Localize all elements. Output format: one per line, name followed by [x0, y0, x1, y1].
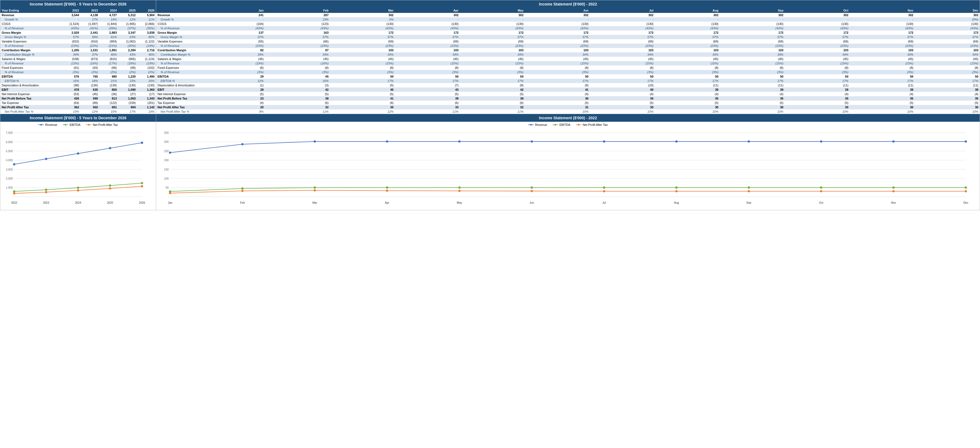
rcell-20-1: (6) — [265, 100, 330, 105]
cell-22-0: 10% — [62, 109, 81, 114]
cell-0-2: 4,727 — [99, 13, 118, 17]
svg-text:Jun: Jun — [530, 201, 534, 204]
svg-point-95 — [675, 187, 678, 189]
rcell-2-11: (130) — [915, 22, 980, 26]
cell-7-4: (19%) — [137, 44, 156, 48]
cell-15-3: 23% — [118, 79, 137, 83]
rcell-19-3: 39 — [395, 96, 460, 100]
rcell-6-2: (69) — [330, 39, 395, 44]
rcell-20-8: (5) — [720, 100, 785, 105]
legend-revenue-label: Revenue — [45, 123, 57, 126]
right-header-4: Apr — [395, 8, 460, 13]
cell-6-3: (1,062) — [118, 39, 137, 44]
cell-14-2: 980 — [99, 74, 118, 79]
rcell-3-10: (43%) — [850, 26, 915, 30]
rcell-13-0: (3%) — [200, 70, 265, 74]
rcell-18-11: (4) — [915, 92, 980, 96]
rcell-0-8: 302 — [720, 13, 785, 17]
cell-21-3: 904 — [118, 105, 137, 109]
rcell-14-8: 50 — [720, 74, 785, 79]
svg-text:Sep: Sep — [746, 201, 751, 204]
svg-text:Feb: Feb — [240, 201, 245, 204]
rcell-16-3: (7) — [395, 83, 460, 88]
svg-point-109 — [820, 190, 822, 192]
cell-9-3: 43% — [118, 53, 137, 57]
rcell-6-1: (66) — [265, 39, 330, 44]
main-container: Income Statement ($'000) - 5 Years to De… — [0, 0, 980, 210]
rcell-22-8: 10% — [720, 109, 785, 114]
svg-point-84 — [748, 140, 750, 143]
cell-16-4: (130) — [137, 83, 156, 88]
svg-point-32 — [13, 190, 15, 193]
rcell-14-3: 50 — [395, 74, 460, 79]
svg-text:4,000: 4,000 — [6, 159, 13, 162]
cell-22-3: 17% — [118, 109, 137, 114]
rcell-22-4: 11% — [460, 109, 525, 114]
left-table-row: Gross Margin2,0202,4412,8833,3473,838 — [0, 30, 156, 35]
rcell-3-0: (43%) — [200, 26, 265, 30]
svg-text:2022: 2022 — [11, 201, 17, 204]
rcell-5-3: 57% — [395, 35, 460, 39]
right-table-panel: Income Statement ($'000) - 2022 JanFebMa… — [156, 0, 980, 114]
rcell-4-10: 172 — [850, 30, 915, 35]
rcell-9-8: 34% — [720, 53, 785, 57]
rcell-15-9: 17% — [785, 79, 850, 83]
cell-11-2: (17%) — [99, 61, 118, 65]
rcell-20-10: (5) — [850, 100, 915, 105]
cell-9-4: 46% — [137, 53, 156, 57]
right-legend-revenue-label: Revenue — [535, 123, 547, 126]
svg-point-29 — [77, 152, 79, 155]
cell-1-1: 17% — [81, 17, 99, 22]
rcell-17-2: 45 — [330, 88, 395, 92]
row-label: Contribution Margin — [0, 48, 62, 53]
row-label: EBITDA % — [156, 79, 200, 83]
rcell-5-8: 57% — [720, 35, 785, 39]
rcell-2-5: (130) — [525, 22, 590, 26]
right-table-header: JanFebMarAprMayJunJulAugSepOctNovDec — [156, 8, 980, 13]
rcell-9-0: 34% — [200, 53, 265, 57]
cell-14-4: 1,490 — [137, 74, 156, 79]
cell-15-2: 21% — [99, 79, 118, 83]
rcell-11-6: (15%) — [590, 61, 655, 65]
right-table-row: Net Profit After Tax20323533323130303030… — [156, 105, 980, 109]
cell-6-4: (1,122) — [137, 39, 156, 44]
cell-4-3: 3,347 — [118, 30, 137, 35]
right-table-row: Contribution Margin829710310310310310310… — [156, 48, 980, 53]
rcell-12-8: (8) — [720, 65, 785, 70]
rcell-22-0: 8% — [200, 109, 265, 114]
svg-point-97 — [820, 187, 822, 189]
cell-7-2: (21%) — [99, 44, 118, 48]
rcell-19-6: 36 — [590, 96, 655, 100]
left-table-row: Growth %-17%14%12%11% — [0, 17, 156, 22]
rcell-22-9: 10% — [785, 109, 850, 114]
right-table-row: Salaries & Wages(45)(45)(45)(45)(45)(45)… — [156, 57, 980, 61]
rcell-0-6: 302 — [590, 13, 655, 17]
row-label: Net Profit After Tax — [156, 105, 200, 109]
cell-5-3: 63% — [118, 35, 137, 39]
cell-5-1: 59% — [81, 35, 99, 39]
left-header-3: 2024 — [99, 8, 118, 13]
rcell-11-3: (15%) — [395, 61, 460, 65]
rcell-3-7: (43%) — [655, 26, 720, 30]
row-label: Gross Margin — [0, 30, 62, 35]
svg-point-34 — [77, 187, 79, 189]
rcell-15-8: 17% — [720, 79, 785, 83]
right-chart-svg: 35030025020015010050-JanFebMarAprMayJunJ… — [156, 128, 980, 210]
rcell-10-5: (45) — [525, 57, 590, 61]
row-label: Gross Margin % — [156, 35, 200, 39]
rcell-2-9: (130) — [785, 22, 850, 26]
svg-text:300: 300 — [164, 140, 169, 143]
cell-17-1: 635 — [81, 88, 99, 92]
cell-1-4: 11% — [137, 17, 156, 22]
top-row: Income Statement ($'000) - 5 Years to De… — [0, 0, 980, 114]
svg-text:Oct: Oct — [819, 201, 823, 204]
cell-19-3: 1,063 — [118, 96, 137, 100]
rcell-10-0: (45) — [200, 57, 265, 61]
rcell-7-6: (23%) — [590, 44, 655, 48]
rcell-15-2: 17% — [330, 79, 395, 83]
cell-3-4: (35%) — [137, 26, 156, 30]
right-table-row: Net Profit Before Tax2338413938363635353… — [156, 96, 980, 100]
row-label: Salaries & Wages — [156, 57, 200, 61]
rcell-21-11: 30 — [915, 105, 980, 109]
rcell-0-10: 302 — [850, 13, 915, 17]
